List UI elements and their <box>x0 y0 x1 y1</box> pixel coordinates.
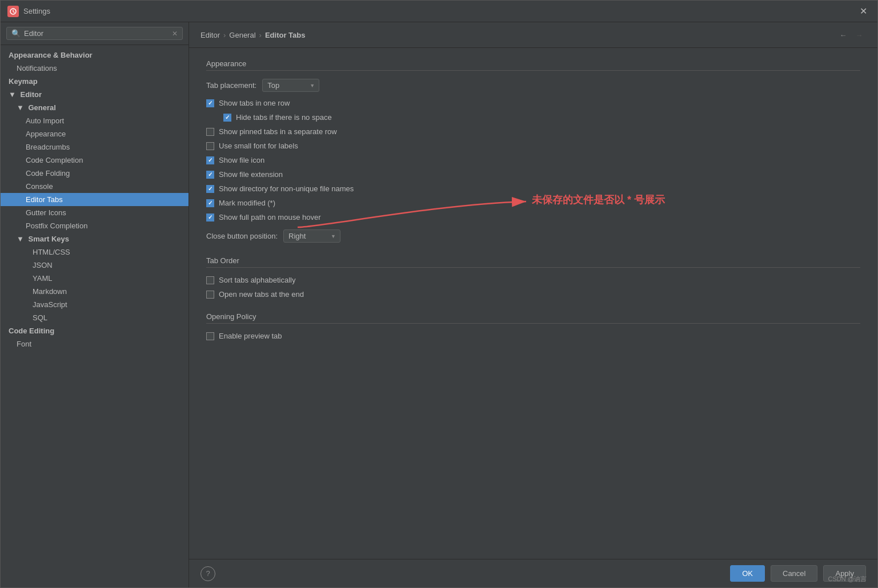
close-button-row: Close button position: Right Left Hidden <box>206 229 860 243</box>
sidebar: 🔍 ✕ Appearance & Behavior Notifications … <box>1 22 189 587</box>
file-ext-label: Show file extension <box>219 170 283 179</box>
breadcrumb-bar: Editor › General › Editor Tabs ← → <box>189 22 877 48</box>
breadcrumb-current: Editor Tabs <box>265 31 306 39</box>
settings-content: Appearance Tab placement: Top Bottom Lef… <box>189 48 877 559</box>
close-button[interactable]: ✕ <box>856 5 871 18</box>
sidebar-item-label: JSON <box>33 261 53 269</box>
sidebar-item-auto-import[interactable]: Auto Import <box>1 114 189 127</box>
search-clear-icon[interactable]: ✕ <box>172 30 178 38</box>
new-tabs-end-checkbox-wrap[interactable]: Open new tabs at the end <box>206 290 304 299</box>
show-dir-checkbox[interactable] <box>206 185 214 193</box>
sidebar-item-label: Code Folding <box>26 169 70 178</box>
breadcrumb: Editor › General › Editor Tabs <box>201 31 836 39</box>
file-ext-checkbox[interactable] <box>206 171 214 179</box>
sidebar-item-postfix-completion[interactable]: Postfix Completion <box>1 219 189 232</box>
sidebar-item-label: JavaScript <box>33 300 67 309</box>
sidebar-item-label: Keymap <box>9 77 38 86</box>
sidebar-item-appearance[interactable]: Appearance <box>1 127 189 140</box>
sidebar-item-code-folding[interactable]: Code Folding <box>1 167 189 180</box>
expand-icon: ▼ <box>17 103 24 112</box>
search-icon: 🔍 <box>11 29 21 38</box>
back-button[interactable]: ← <box>836 28 850 42</box>
pinned-tabs-label: Show pinned tabs in a separate row <box>219 127 337 136</box>
search-input[interactable] <box>24 29 172 38</box>
sidebar-item-code-editing[interactable]: Code Editing <box>1 324 189 337</box>
sidebar-item-label: Appearance <box>26 130 66 138</box>
show-dir-row: Show directory for non-unique file names <box>206 184 860 193</box>
sidebar-item-label: Font <box>17 340 31 348</box>
small-font-checkbox-wrap[interactable]: Use small font for labels <box>206 142 298 150</box>
close-button-label: Close button position: <box>206 232 278 240</box>
new-tabs-end-checkbox[interactable] <box>206 291 214 299</box>
enable-preview-checkbox-wrap[interactable]: Enable preview tab <box>206 332 282 340</box>
mark-modified-checkbox[interactable] <box>206 199 214 207</box>
title-bar: Settings ✕ <box>1 1 877 22</box>
settings-window: Settings ✕ 🔍 ✕ Appearance & Behavior Not… <box>0 0 878 588</box>
help-button[interactable]: ? <box>201 566 215 581</box>
sidebar-item-editor[interactable]: ▼ Editor <box>1 88 189 101</box>
pinned-tabs-checkbox[interactable] <box>206 128 214 136</box>
sidebar-item-label: HTML/CSS <box>33 248 70 256</box>
file-ext-row: Show file extension <box>206 170 860 179</box>
sidebar-item-label: Code Completion <box>26 156 83 164</box>
sidebar-item-code-completion[interactable]: Code Completion <box>1 154 189 167</box>
sidebar-item-html-css[interactable]: HTML/CSS <box>1 245 189 259</box>
cancel-button[interactable]: Cancel <box>771 565 817 582</box>
sidebar-item-javascript[interactable]: JavaScript <box>1 298 189 311</box>
pinned-tabs-checkbox-wrap[interactable]: Show pinned tabs in a separate row <box>206 127 337 136</box>
tab-placement-row: Tab placement: Top Bottom Left Right Non… <box>206 79 860 92</box>
full-path-label: Show full path on mouse hover <box>219 213 321 221</box>
sidebar-item-smart-keys[interactable]: ▼ Smart Keys <box>1 232 189 245</box>
sidebar-item-gutter-icons[interactable]: Gutter Icons <box>1 206 189 219</box>
ok-button[interactable]: OK <box>730 565 765 582</box>
small-font-checkbox[interactable] <box>206 142 214 150</box>
mark-modified-checkbox-wrap[interactable]: Mark modified (*) <box>206 199 275 207</box>
sidebar-item-font[interactable]: Font <box>1 337 189 351</box>
forward-button[interactable]: → <box>852 28 866 42</box>
small-font-label: Use small font for labels <box>219 142 298 150</box>
breadcrumb-sep-2: › <box>259 31 262 39</box>
close-button-dropdown-container: Right Left Hidden <box>283 229 340 243</box>
pinned-tabs-row: Show pinned tabs in a separate row <box>206 127 860 136</box>
sidebar-item-label: Markdown <box>33 287 67 296</box>
sidebar-item-breadcrumbs[interactable]: Breadcrumbs <box>1 140 189 154</box>
hide-tabs-checkbox[interactable] <box>223 114 231 122</box>
sidebar-item-sql[interactable]: SQL <box>1 311 189 324</box>
full-path-checkbox-wrap[interactable]: Show full path on mouse hover <box>206 213 321 221</box>
full-path-checkbox[interactable] <box>206 214 214 221</box>
enable-preview-checkbox[interactable] <box>206 332 214 340</box>
hide-tabs-checkbox-wrap[interactable]: Hide tabs if there is no space <box>223 113 332 122</box>
right-panel: Editor › General › Editor Tabs ← → Appea… <box>189 22 877 587</box>
show-dir-label: Show directory for non-unique file names <box>219 184 354 193</box>
file-icon-label: Show file icon <box>219 156 264 164</box>
sidebar-item-markdown[interactable]: Markdown <box>1 285 189 298</box>
hide-tabs-label: Hide tabs if there is no space <box>236 113 332 122</box>
tab-order-section-title: Tab Order <box>206 256 860 268</box>
show-dir-checkbox-wrap[interactable]: Show directory for non-unique file names <box>206 184 354 193</box>
sort-tabs-row: Sort tabs alphabetically <box>206 276 860 284</box>
sort-tabs-checkbox-wrap[interactable]: Sort tabs alphabetically <box>206 276 295 284</box>
file-icon-checkbox[interactable] <box>206 156 214 164</box>
sidebar-item-label: YAML <box>33 274 52 283</box>
sidebar-item-general[interactable]: ▼ General <box>1 101 189 114</box>
apply-button[interactable]: Apply <box>823 565 866 582</box>
sidebar-item-label: SQL <box>33 313 47 322</box>
sort-tabs-checkbox[interactable] <box>206 276 214 284</box>
sidebar-item-yaml[interactable]: YAML <box>1 272 189 285</box>
sidebar-item-json[interactable]: JSON <box>1 259 189 272</box>
show-tabs-checkbox[interactable] <box>206 99 214 107</box>
mark-modified-container: Mark modified (*) <box>206 199 860 207</box>
small-font-row: Use small font for labels <box>206 142 860 150</box>
sidebar-item-editor-tabs[interactable]: Editor Tabs <box>1 193 189 206</box>
sidebar-item-notifications[interactable]: Notifications <box>1 62 189 75</box>
sidebar-item-label: Editor <box>21 90 42 99</box>
sidebar-item-label: Appearance & Behavior <box>9 51 93 59</box>
file-icon-checkbox-wrap[interactable]: Show file icon <box>206 156 264 164</box>
show-tabs-checkbox-wrap[interactable]: Show tabs in one row <box>206 99 290 107</box>
sidebar-item-console[interactable]: Console <box>1 180 189 193</box>
close-button-dropdown[interactable]: Right Left Hidden <box>283 229 340 243</box>
tab-placement-dropdown[interactable]: Top Bottom Left Right None <box>262 79 319 92</box>
sidebar-item-keymap[interactable]: Keymap <box>1 75 189 88</box>
file-ext-checkbox-wrap[interactable]: Show file extension <box>206 170 283 179</box>
sidebar-item-appearance-behavior[interactable]: Appearance & Behavior <box>1 49 189 62</box>
